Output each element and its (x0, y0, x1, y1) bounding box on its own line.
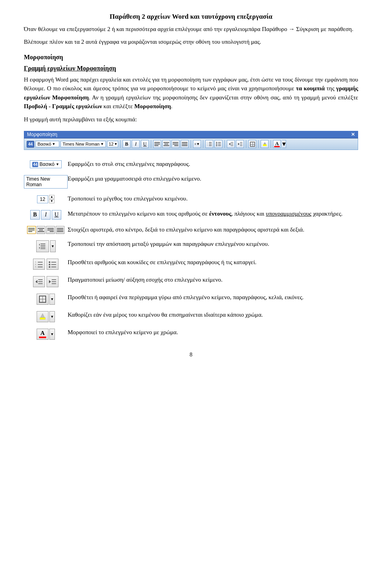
toolbar-sep-3 (191, 140, 191, 148)
lists-icon-cell: 1. 2. 3. (24, 258, 68, 270)
svg-marker-47 (49, 280, 51, 283)
align-center-button[interactable] (162, 140, 170, 148)
line-spacing-button[interactable]: ≡▼ (193, 140, 201, 148)
svg-marker-16 (238, 143, 240, 145)
lists-description: Προσθέτει αριθμούς και κουκίδες σε επιλε… (68, 258, 358, 267)
fontcolor-icon[interactable]: A (37, 329, 49, 340)
size-up-button[interactable]: ▲ (49, 195, 55, 199)
style-dropdown[interactable]: Βασικό ▼ (35, 141, 59, 147)
font-name-widget[interactable]: Times New Roman (24, 175, 68, 189)
svg-rect-20 (250, 142, 255, 146)
border-button[interactable] (248, 140, 256, 148)
fontcolor-arrow[interactable]: ▼ (49, 329, 55, 340)
lists-widget-container: 1. 2. 3. (33, 259, 58, 270)
font-name-dropdown[interactable]: Times New Roman ▼ (60, 141, 106, 147)
item-row-border: ▼ Προσθέτει ή αφαιρεί ένα περίγραμμα γύρ… (24, 293, 358, 305)
svg-point-37 (49, 261, 51, 263)
toolbar-sep-8 (271, 140, 271, 148)
bullet-list-icon[interactable] (47, 259, 58, 270)
numbered-list-icon[interactable]: 1. 2. 3. (33, 259, 45, 270)
increase-indent-icon[interactable] (47, 276, 58, 287)
align-justify-button[interactable] (181, 140, 189, 148)
align-description: Στοιχίζει αριστερά, στο κέντρο, δεξιά το… (68, 225, 358, 234)
item-row-highlight: ▼ Καθορίζει εάν ένα μέρος του κειμένου θ… (24, 310, 358, 322)
spacing-icon-cell: ▼ (24, 239, 68, 252)
align-widget-container (27, 226, 64, 234)
font-size-widget[interactable]: 12 (37, 195, 48, 203)
spacing-description: Τροποποιεί την απόσταση μεταξύ γραμμών κ… (68, 239, 358, 249)
underline-button[interactable]: U (141, 140, 149, 148)
numbered-list-button[interactable]: 123 (205, 140, 213, 148)
bullet-list-button[interactable] (214, 140, 222, 148)
formatting-toolbar: 44 Βασικό ▼ Times New Roman ▼ 12 ▼ B I U (24, 138, 358, 150)
size-down-button[interactable]: ▼ (49, 199, 55, 203)
svg-text:2.: 2. (35, 263, 37, 265)
border-icon[interactable] (37, 294, 49, 305)
toolbar-sep-1 (120, 140, 121, 148)
size-icon-cell: 12 ▲ ▼ (24, 194, 68, 204)
line-spacing-icon[interactable] (36, 240, 49, 252)
svg-rect-54 (40, 317, 45, 319)
toolbar-close-btn[interactable]: ✕ (351, 132, 355, 137)
item-row-align: Στοιχίζει αριστερά, στο κέντρο, δεξιά το… (24, 225, 358, 234)
size-widget-container: 12 ▲ ▼ (37, 195, 55, 204)
font-color-arrow[interactable]: ▼ (282, 140, 286, 148)
highlight-arrow[interactable]: ▼ (49, 311, 55, 322)
item-row-font: Times New Roman Εφαρμόζει μια γραμματοσε… (24, 174, 358, 189)
style-selector-label: Βασικό (39, 162, 55, 167)
indent-widget-container (33, 276, 58, 287)
style-selector-arrow: ▼ (56, 162, 59, 166)
highlight-icon[interactable] (37, 311, 49, 322)
svg-marker-29 (39, 243, 40, 246)
align-right-button[interactable] (172, 140, 179, 148)
item-row-fontcolor: A ▼ Μορφοποιεί το επιλεγμένο κείμενο με … (24, 328, 358, 340)
toolbar-sep-2 (151, 140, 151, 148)
toolbar-title-label: Μορφοποίηση (27, 132, 57, 137)
style-description: Εφαρμόζει το στυλ στις επιλεγμένες παραγ… (68, 160, 358, 169)
bold-btn[interactable]: B (30, 210, 40, 220)
font-size-dropdown[interactable]: 12 ▼ (107, 141, 118, 147)
align-left-button[interactable] (153, 140, 161, 148)
indent-description: Πραγματοποιεί μείωση/ αύξηση εσοχής στο … (68, 275, 358, 284)
bold-button[interactable]: B (123, 140, 131, 148)
border-icon-cell: ▼ (24, 293, 68, 305)
toolbar-sep-6 (246, 140, 246, 148)
border-arrow[interactable]: ▼ (49, 294, 55, 305)
font-color-button[interactable]: A (273, 140, 281, 148)
toolbar-sep-4 (203, 140, 203, 148)
svg-point-11 (216, 145, 217, 146)
item-row-biu: B I U Μετατρέπουν το επιλεγμένο κείμενο … (24, 209, 358, 220)
item-row-spacing: ▼ Τροποποιεί την απόσταση μεταξύ γραμμών… (24, 239, 358, 252)
style-selector-widget[interactable]: 44 Βασικό ▼ (30, 160, 62, 168)
subheading-toolbar: Γραμμή εργαλείων Μορφοποίηση (24, 65, 358, 72)
italic-btn[interactable]: I (41, 210, 51, 220)
biu-description: Μετατρέπουν το επιλεγμένο κείμενο και το… (68, 209, 358, 218)
align-justify-icon[interactable] (56, 226, 64, 234)
toolbar-title-bar: Μορφοποίηση ✕ (24, 131, 358, 138)
highlight-icon-cell: ▼ (24, 310, 68, 322)
font-dropdown-arrow: ▼ (100, 142, 104, 146)
decrease-indent-button[interactable] (227, 140, 235, 148)
style-44-icon: 44 (32, 162, 38, 167)
align-center-icon[interactable] (37, 226, 45, 234)
align-left-icon[interactable] (27, 226, 36, 234)
section-heading-morphopoiisi: Μορφοποίηση (24, 54, 358, 61)
underline-btn[interactable]: U (52, 210, 61, 220)
italic-button[interactable]: I (132, 140, 140, 148)
align-right-icon[interactable] (46, 226, 55, 234)
paragraph-1: Όταν θέλουμε να επεξεργαστούμε 2 ή και π… (24, 25, 358, 34)
decrease-indent-icon[interactable] (33, 276, 45, 287)
increase-indent-button[interactable] (236, 140, 244, 148)
svg-text:3: 3 (207, 145, 208, 146)
fontcolor-icon-cell: A ▼ (24, 328, 68, 340)
indent-icon-cell (24, 275, 68, 287)
size-spinners: ▲ ▼ (49, 195, 55, 204)
highlight-button[interactable] (261, 140, 269, 148)
paragraph-4: Η γραμμή αυτή περιλαμβάνει τα εξής κουμπ… (24, 115, 358, 124)
svg-marker-55 (41, 313, 45, 317)
svg-marker-43 (35, 280, 37, 283)
spacing-widget-container: ▼ (36, 240, 56, 252)
style-icon-cell: 44 Βασικό ▼ (24, 160, 68, 168)
line-spacing-arrow[interactable]: ▼ (50, 240, 56, 252)
svg-marker-30 (39, 247, 40, 249)
